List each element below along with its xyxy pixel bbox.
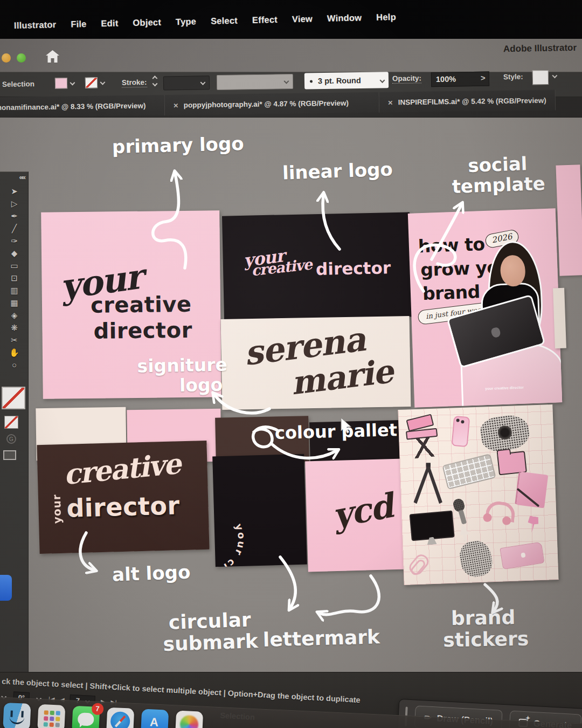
annotation-social-template: social template (451, 153, 545, 197)
offscreen-artboard-sliver (556, 164, 582, 276)
dock-icon-messages[interactable]: 7 (72, 706, 100, 728)
style-chevron-icon[interactable] (552, 73, 557, 78)
pushpin-sticker (526, 516, 540, 533)
stroke-weight-dropdown[interactable] (163, 75, 210, 90)
menu-item-object[interactable]: Object (133, 17, 161, 28)
stroke-none-indicator[interactable] (4, 416, 18, 429)
stroke-chevron-icon[interactable] (100, 80, 106, 85)
style-swatch[interactable] (532, 70, 549, 85)
alt-logo-artboard[interactable]: your creative director (37, 441, 209, 554)
pen-tool-icon[interactable]: ✒ (11, 210, 18, 222)
smartphone-sticker (451, 416, 470, 447)
document-tabs-bar: monamifinance.ai* @ 8.33 % (RGB/Preview)… (0, 97, 582, 118)
direct-selection-tool-icon[interactable]: ▷ (11, 197, 18, 210)
document-tab-3[interactable]: ×INSPIREFILMS.ai* @ 5.42 % (RGB/Preview) (379, 90, 556, 113)
annotation-brand-stickers: brand stickers (442, 607, 524, 651)
tab-close-icon[interactable]: × (388, 98, 393, 107)
zoom-window-button[interactable] (17, 53, 26, 63)
annotation-circular-submark: circular submark (161, 609, 260, 656)
stroke-stepper[interactable] (153, 77, 157, 86)
menu-item-window[interactable]: Window (327, 12, 362, 23)
lettermark-ycd: ycd (329, 486, 396, 535)
dock-icon-photos[interactable] (175, 710, 203, 728)
tab-title: monamifinance.ai* @ 8.33 % (RGB/Preview) (0, 101, 146, 112)
menu-item-select[interactable]: Select (211, 16, 238, 26)
photographed-screen: IllustratorFileEditObjectTypeSelectEffec… (0, 0, 582, 728)
tripod-sticker (412, 463, 444, 504)
alt-logo-vertical-your: your (50, 494, 64, 524)
document-tab-2[interactable]: ×poppyjphotography.ai* @ 4.87 % (RGB/Pre… (165, 92, 379, 115)
signature-logo-artboard[interactable]: serena marie (221, 316, 411, 410)
annotation-colour-pallet: colour pallet (275, 421, 398, 443)
app-title: Adobe Illustrator (503, 43, 577, 54)
blue-swatch-chip (0, 575, 12, 601)
model-photo: your creative director (459, 239, 562, 406)
eyedropper-tool-icon[interactable]: ◈ (11, 309, 18, 321)
artboard-tool-icon[interactable]: ▭ (10, 259, 18, 272)
menu-item-view[interactable]: View (292, 13, 313, 24)
gradient-none-icon[interactable]: G (6, 434, 16, 444)
symbol-sprayer-tool-icon[interactable]: ❋ (11, 321, 18, 334)
gradient-tool-icon[interactable]: ▦ (10, 297, 18, 309)
menu-item-file[interactable]: File (71, 19, 87, 30)
variable-width-dropdown[interactable] (217, 74, 293, 90)
home-icon[interactable] (45, 50, 60, 65)
line-tool-icon[interactable]: ╱ (12, 222, 17, 235)
lettermark-artboard[interactable]: ycd (305, 458, 406, 572)
menu-item-type[interactable]: Type (176, 16, 197, 27)
dock-icon-safari[interactable] (106, 708, 134, 728)
opacity-more-arrow[interactable]: > (481, 73, 486, 83)
annotation-signature-logo: signiture logo (137, 355, 223, 397)
annotation-lettermark: lettermark (263, 626, 380, 651)
fill-chevron-icon[interactable] (70, 80, 75, 86)
scissors-tool-icon[interactable]: ✂ (11, 334, 18, 346)
tab-close-icon[interactable]: × (174, 100, 178, 109)
brush-value: 3 pt. Round (318, 76, 361, 85)
opacity-label[interactable]: Opacity: (392, 74, 421, 84)
linear-logo-artboard[interactable]: your creative director (222, 212, 412, 320)
stroke-weight-label[interactable]: Stroke: (122, 78, 147, 88)
alt-logo-script-creative: creative (62, 447, 182, 491)
macos-menu-bar: IllustratorFileEditObjectTypeSelectEffec… (0, 0, 582, 39)
free-transform-tool-icon[interactable]: ⊡ (11, 272, 18, 284)
brush-definition-dropdown[interactable]: 3 pt. Round (304, 72, 389, 89)
zoom-tool-icon[interactable]: ○ (12, 359, 17, 371)
fill-color-swatch[interactable] (55, 78, 67, 88)
circular-submark-artboard[interactable]: your creative director (212, 454, 307, 567)
halftone-figure-sticker (458, 539, 495, 579)
primary-logo-word-creative: creative (91, 292, 192, 318)
menu-item-edit[interactable]: Edit (101, 18, 118, 29)
graph-tool-icon[interactable]: ▥ (10, 284, 18, 297)
minimize-button[interactable] (2, 53, 11, 63)
menu-item-help[interactable]: Help (376, 12, 396, 23)
stroke-color-swatch[interactable] (85, 77, 98, 88)
keyboard-sticker (442, 454, 496, 490)
paintbrush-tool-icon[interactable]: ✑ (11, 235, 18, 247)
selection-label: Selection (2, 80, 34, 88)
svg-text:your creative director: your creative director (212, 500, 248, 567)
dock-icon-launchpad[interactable] (37, 704, 65, 728)
social-template-artboard[interactable]: how to grow your brand 2026 in just four… (408, 208, 562, 407)
eraser-tool-icon[interactable]: ◆ (11, 247, 18, 259)
menu-item-effect[interactable]: Effect (252, 15, 278, 25)
dock-icon-finder[interactable] (3, 703, 31, 728)
selection-tool-icon[interactable]: ➤ (11, 185, 18, 197)
brush-preview-dot (310, 80, 313, 83)
style-label: Style: (503, 73, 523, 81)
fill-stroke-indicator[interactable] (2, 387, 25, 409)
paperclip-sticker (407, 552, 432, 577)
annotation-linear-logo: linear logo (282, 159, 393, 183)
notebook-sticker (516, 472, 548, 509)
alt-logo-word-director: director (66, 491, 180, 523)
dock-icon-app-store[interactable] (141, 709, 169, 728)
collapse-panel-icon[interactable]: «« (19, 173, 25, 181)
headphones-sticker (482, 500, 513, 528)
annotation-primary-logo: primary logo (112, 133, 245, 157)
hand-tool-icon[interactable]: ✋ (9, 346, 19, 359)
brand-stickers-artboard[interactable] (398, 404, 558, 585)
color-mode-icon[interactable] (3, 450, 16, 460)
tab-title: INSPIREFILMS.ai* @ 5.42 % (RGB/Preview) (398, 96, 546, 106)
brush-chevron-icon (380, 78, 385, 83)
menu-item-illustrator[interactable]: Illustrator (14, 19, 57, 31)
document-tab-1[interactable]: monamifinance.ai* @ 8.33 % (RGB/Preview) (0, 95, 165, 118)
